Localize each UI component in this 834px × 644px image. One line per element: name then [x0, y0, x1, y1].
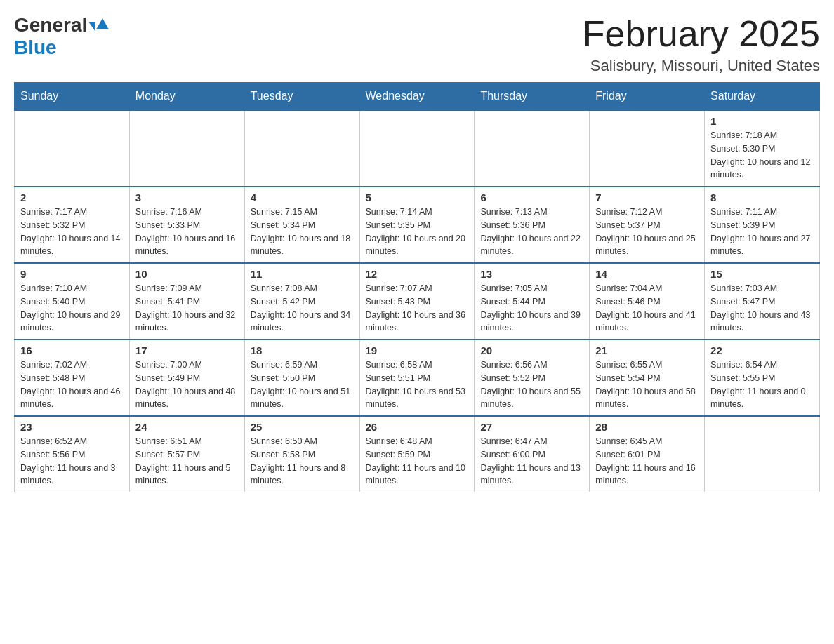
day-info: Sunrise: 7:17 AMSunset: 5:32 PMDaylight:… — [20, 206, 124, 258]
header-sunday: Sunday — [15, 83, 130, 111]
day-number: 28 — [595, 421, 699, 433]
day-info: Sunrise: 7:08 AMSunset: 5:42 PMDaylight:… — [251, 282, 354, 335]
day-number: 20 — [480, 344, 583, 356]
weekday-header-row: Sunday Monday Tuesday Wednesday Thursday… — [15, 83, 820, 111]
day-info: Sunrise: 6:47 AMSunset: 6:00 PMDaylight:… — [480, 435, 583, 488]
day-number: 8 — [710, 192, 814, 203]
day-info: Sunrise: 6:48 AMSunset: 5:59 PMDaylight:… — [366, 435, 469, 488]
table-row: 21Sunrise: 6:55 AMSunset: 5:54 PMDayligh… — [590, 340, 705, 416]
day-info: Sunrise: 6:56 AMSunset: 5:52 PMDaylight:… — [480, 358, 583, 411]
day-number: 26 — [366, 421, 469, 433]
day-info: Sunrise: 7:05 AMSunset: 5:44 PMDaylight:… — [480, 282, 583, 335]
table-row: 17Sunrise: 7:00 AMSunset: 5:49 PMDayligh… — [129, 340, 244, 416]
day-info: Sunrise: 7:02 AMSunset: 5:48 PMDaylight:… — [20, 358, 124, 411]
calendar-week-row: 23Sunrise: 6:52 AMSunset: 5:56 PMDayligh… — [15, 416, 820, 492]
table-row: 19Sunrise: 6:58 AMSunset: 5:51 PMDayligh… — [359, 340, 475, 416]
day-number: 10 — [135, 268, 239, 280]
calendar-week-row: 16Sunrise: 7:02 AMSunset: 5:48 PMDayligh… — [15, 340, 820, 416]
table-row — [590, 110, 705, 187]
logo-arrow-icon — [88, 22, 95, 32]
table-row: 6Sunrise: 7:13 AMSunset: 5:36 PMDaylight… — [475, 187, 590, 263]
table-row: 9Sunrise: 7:10 AMSunset: 5:40 PMDaylight… — [15, 263, 130, 340]
header-saturday: Saturday — [705, 83, 820, 111]
day-number: 19 — [366, 344, 469, 356]
day-number: 25 — [251, 421, 354, 433]
table-row: 12Sunrise: 7:07 AMSunset: 5:43 PMDayligh… — [359, 263, 475, 340]
table-row: 2Sunrise: 7:17 AMSunset: 5:32 PMDaylight… — [15, 187, 130, 263]
table-row: 11Sunrise: 7:08 AMSunset: 5:42 PMDayligh… — [244, 263, 359, 340]
header-wednesday: Wednesday — [359, 83, 475, 111]
day-info: Sunrise: 7:10 AMSunset: 5:40 PMDaylight:… — [20, 282, 124, 335]
table-row: 24Sunrise: 6:51 AMSunset: 5:57 PMDayligh… — [129, 416, 244, 492]
day-info: Sunrise: 7:11 AMSunset: 5:39 PMDaylight:… — [710, 206, 814, 258]
table-row: 22Sunrise: 6:54 AMSunset: 5:55 PMDayligh… — [705, 340, 820, 416]
day-info: Sunrise: 6:45 AMSunset: 6:01 PMDaylight:… — [595, 435, 699, 488]
day-info: Sunrise: 7:09 AMSunset: 5:41 PMDaylight:… — [135, 282, 239, 335]
logo-blue-text: Blue — [14, 36, 57, 58]
table-row: 23Sunrise: 6:52 AMSunset: 5:56 PMDayligh… — [15, 416, 130, 492]
table-row: 25Sunrise: 6:50 AMSunset: 5:58 PMDayligh… — [244, 416, 359, 492]
day-number: 5 — [366, 192, 469, 203]
table-row: 13Sunrise: 7:05 AMSunset: 5:44 PMDayligh… — [475, 263, 590, 340]
day-info: Sunrise: 7:13 AMSunset: 5:36 PMDaylight:… — [480, 206, 583, 258]
header-thursday: Thursday — [475, 83, 590, 111]
table-row — [359, 110, 475, 187]
day-number: 6 — [480, 192, 583, 203]
logo-general-text: General — [14, 14, 87, 36]
day-info: Sunrise: 7:04 AMSunset: 5:46 PMDaylight:… — [595, 282, 699, 335]
day-number: 1 — [710, 115, 814, 127]
table-row — [475, 110, 590, 187]
calendar-table: Sunday Monday Tuesday Wednesday Thursday… — [14, 82, 820, 492]
day-info: Sunrise: 7:15 AMSunset: 5:34 PMDaylight:… — [251, 206, 354, 258]
table-row: 8Sunrise: 7:11 AMSunset: 5:39 PMDaylight… — [705, 187, 820, 263]
day-number: 27 — [480, 421, 583, 433]
table-row: 26Sunrise: 6:48 AMSunset: 5:59 PMDayligh… — [359, 416, 475, 492]
calendar-week-row: 9Sunrise: 7:10 AMSunset: 5:40 PMDaylight… — [15, 263, 820, 340]
table-row: 18Sunrise: 6:59 AMSunset: 5:50 PMDayligh… — [244, 340, 359, 416]
day-info: Sunrise: 7:14 AMSunset: 5:35 PMDaylight:… — [366, 206, 469, 258]
day-info: Sunrise: 6:58 AMSunset: 5:51 PMDaylight:… — [366, 358, 469, 411]
svg-marker-0 — [96, 18, 109, 29]
table-row: 1Sunrise: 7:18 AMSunset: 5:30 PMDaylight… — [705, 110, 820, 187]
table-row: 5Sunrise: 7:14 AMSunset: 5:35 PMDaylight… — [359, 187, 475, 263]
logo: General Blue — [14, 14, 109, 59]
day-number: 4 — [251, 192, 354, 203]
day-number: 13 — [480, 268, 583, 280]
table-row: 7Sunrise: 7:12 AMSunset: 5:37 PMDaylight… — [590, 187, 705, 263]
day-number: 15 — [710, 268, 814, 280]
day-info: Sunrise: 7:18 AMSunset: 5:30 PMDaylight:… — [710, 129, 814, 182]
day-info: Sunrise: 7:00 AMSunset: 5:49 PMDaylight:… — [135, 358, 239, 411]
day-number: 2 — [20, 192, 124, 203]
logo-arrow-shape — [96, 18, 109, 32]
table-row — [15, 110, 130, 187]
day-number: 3 — [135, 192, 239, 203]
table-row: 10Sunrise: 7:09 AMSunset: 5:41 PMDayligh… — [129, 263, 244, 340]
day-info: Sunrise: 6:55 AMSunset: 5:54 PMDaylight:… — [595, 358, 699, 411]
location-subtitle: Salisbury, Missouri, United States — [583, 57, 820, 75]
title-area: February 2025 Salisbury, Missouri, Unite… — [583, 14, 820, 75]
day-number: 17 — [135, 344, 239, 356]
day-info: Sunrise: 6:54 AMSunset: 5:55 PMDaylight:… — [710, 358, 814, 411]
table-row: 4Sunrise: 7:15 AMSunset: 5:34 PMDaylight… — [244, 187, 359, 263]
day-info: Sunrise: 7:12 AMSunset: 5:37 PMDaylight:… — [595, 206, 699, 258]
day-number: 21 — [595, 344, 699, 356]
day-info: Sunrise: 6:59 AMSunset: 5:50 PMDaylight:… — [251, 358, 354, 411]
calendar-week-row: 1Sunrise: 7:18 AMSunset: 5:30 PMDaylight… — [15, 110, 820, 187]
day-number: 16 — [20, 344, 124, 356]
day-number: 14 — [595, 268, 699, 280]
table-row: 28Sunrise: 6:45 AMSunset: 6:01 PMDayligh… — [590, 416, 705, 492]
header-tuesday: Tuesday — [244, 83, 359, 111]
day-number: 18 — [251, 344, 354, 356]
calendar-week-row: 2Sunrise: 7:17 AMSunset: 5:32 PMDaylight… — [15, 187, 820, 263]
day-info: Sunrise: 6:50 AMSunset: 5:58 PMDaylight:… — [251, 435, 354, 488]
day-info: Sunrise: 6:52 AMSunset: 5:56 PMDaylight:… — [20, 435, 124, 488]
table-row: 15Sunrise: 7:03 AMSunset: 5:47 PMDayligh… — [705, 263, 820, 340]
day-number: 24 — [135, 421, 239, 433]
day-number: 12 — [366, 268, 469, 280]
table-row: 14Sunrise: 7:04 AMSunset: 5:46 PMDayligh… — [590, 263, 705, 340]
day-info: Sunrise: 7:03 AMSunset: 5:47 PMDaylight:… — [710, 282, 814, 335]
table-row: 20Sunrise: 6:56 AMSunset: 5:52 PMDayligh… — [475, 340, 590, 416]
table-row — [244, 110, 359, 187]
table-row — [705, 416, 820, 492]
header-friday: Friday — [590, 83, 705, 111]
